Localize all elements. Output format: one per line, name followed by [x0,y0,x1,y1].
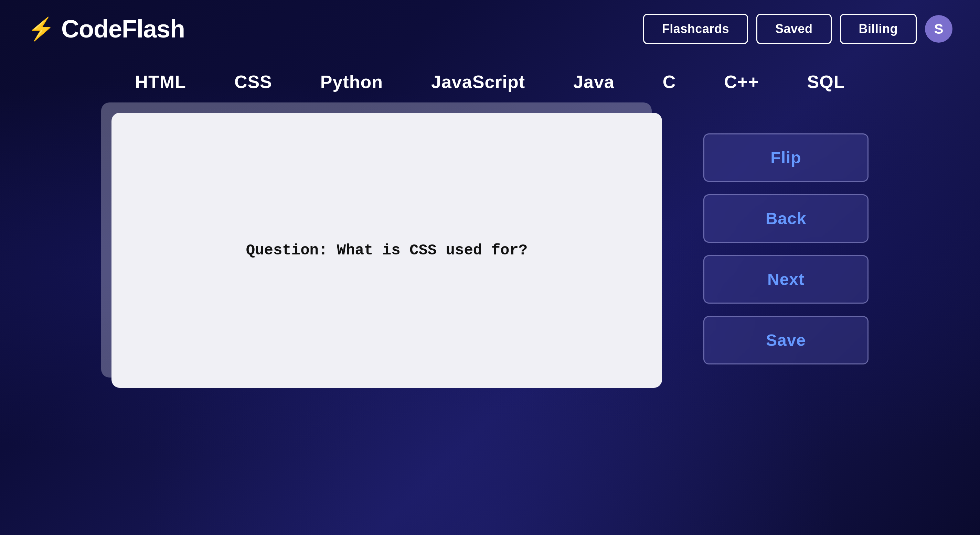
avatar[interactable]: S [925,15,953,43]
category-sql[interactable]: SQL [807,71,845,92]
saved-nav-button[interactable]: Saved [756,14,832,44]
save-button[interactable]: Save [703,316,869,364]
logo: ⚡ CodeFlash [27,15,185,43]
lightning-icon: ⚡ [27,18,55,40]
flip-button[interactable]: Flip [703,133,869,182]
flashcards-nav-button[interactable]: Flashcards [643,14,748,44]
logo-text: CodeFlash [61,15,185,43]
category-javascript[interactable]: JavaScript [431,71,525,92]
main-content: Question: What is CSS used for? Flip Bac… [0,113,980,388]
action-buttons: Flip Back Next Save [703,133,869,364]
category-html[interactable]: HTML [135,71,186,92]
nav-buttons: Flashcards Saved Billing S [643,14,953,44]
back-button[interactable]: Back [703,194,869,243]
card-question: Question: What is CSS used for? [225,218,549,282]
category-css[interactable]: CSS [234,71,272,92]
category-java[interactable]: Java [573,71,614,92]
next-button[interactable]: Next [703,255,869,303]
billing-nav-button[interactable]: Billing [840,14,917,44]
flashcard-container: Question: What is CSS used for? [111,113,662,388]
navbar: ⚡ CodeFlash Flashcards Saved Billing S [0,0,980,58]
category-c[interactable]: C [663,71,676,92]
category-cpp[interactable]: C++ [724,71,759,92]
flashcard[interactable]: Question: What is CSS used for? [111,113,662,388]
category-python[interactable]: Python [320,71,383,92]
